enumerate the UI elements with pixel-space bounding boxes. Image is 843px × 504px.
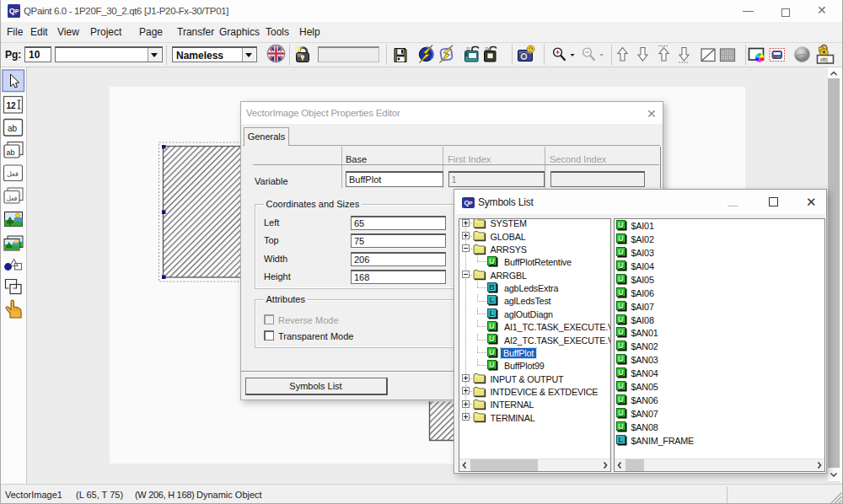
svg-text:ab: ab <box>8 124 18 133</box>
svg-text:فعل: فعل <box>7 170 19 178</box>
svg-text:فعل: فعل <box>7 195 18 202</box>
svg-text:12: 12 <box>7 101 17 110</box>
svg-text:obj: obj <box>820 56 828 63</box>
svg-text:11: 11 <box>485 47 489 51</box>
svg-text:11: 11 <box>466 47 470 51</box>
svg-text:ab: ab <box>7 148 15 157</box>
